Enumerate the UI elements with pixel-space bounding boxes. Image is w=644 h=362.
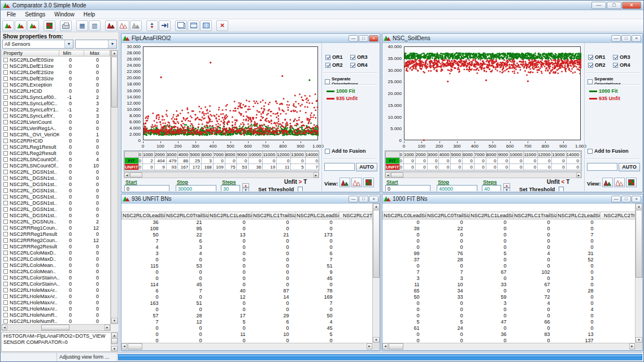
property-row[interactable]: NSC2RRReg1Coun..012 bbox=[2, 225, 110, 231]
property-list-hscrollbar[interactable]: ◄ ► bbox=[1, 324, 111, 331]
table-column-header[interactable]: NSC2RLC1LeadSize bbox=[209, 212, 253, 219]
table-row[interactable]: 65340028 bbox=[383, 288, 636, 294]
property-checkbox[interactable] bbox=[3, 313, 8, 317]
close-icon[interactable]: × bbox=[369, 35, 378, 42]
table-row[interactable]: 00000 bbox=[383, 238, 636, 244]
scrollbar-thumb[interactable] bbox=[41, 325, 69, 330]
minimize-icon[interactable]: — bbox=[611, 196, 621, 202]
property-checkbox[interactable] bbox=[3, 207, 8, 212]
table-column-header[interactable]: NSC2RLC0LeadSize bbox=[383, 212, 427, 219]
minimize-icon[interactable]: — bbox=[611, 35, 621, 42]
or4-checkbox[interactable] bbox=[350, 63, 355, 68]
steps-input[interactable]: 30 bbox=[221, 185, 240, 191]
child-window-titlebar[interactable]: FlpLAnaFIROI2—□× bbox=[121, 34, 380, 43]
histogram-table[interactable]: 0100020003000400050006000700080009000100… bbox=[385, 150, 582, 171]
property-row[interactable]: NSC2RLHCID00 bbox=[2, 88, 110, 94]
property-checkbox[interactable] bbox=[3, 238, 8, 243]
property-checkbox[interactable] bbox=[3, 132, 8, 137]
property-checkbox[interactable] bbox=[3, 282, 8, 286]
property-row[interactable]: NSC2RRReg2Result00 bbox=[2, 243, 110, 249]
property-row[interactable]: NSC2RLHoleNumR..00 bbox=[2, 318, 110, 324]
scroll-right-icon[interactable]: ► bbox=[314, 173, 319, 178]
table-column-header[interactable]: NSC2RLC1TrailSize bbox=[514, 212, 557, 219]
spin-up-icon[interactable]: ▲ bbox=[242, 183, 249, 188]
property-row[interactable]: NSC2RLSyncLef0C..03 bbox=[2, 100, 110, 106]
property-checkbox[interactable] bbox=[3, 70, 8, 75]
property-row[interactable]: NSC2RLSNCountOf..010 bbox=[2, 162, 110, 169]
scroll-up-icon[interactable]: ▲ bbox=[636, 204, 642, 209]
property-checkbox[interactable] bbox=[3, 64, 8, 68]
chevron-down-icon[interactable]: ▼ bbox=[64, 40, 73, 48]
property-row[interactable]: NSC2RL_DGSN1st..00 bbox=[2, 181, 110, 187]
table-row[interactable]: 00340 bbox=[383, 300, 636, 307]
minimize-icon[interactable]: — bbox=[591, 2, 606, 9]
histogram-outline-view-icon[interactable] bbox=[118, 20, 129, 31]
table-hscrollbar[interactable]: ◄► bbox=[382, 343, 635, 350]
titlebar[interactable]: Comparator 3.0 Simple Mode — □ × bbox=[1, 1, 643, 10]
table-column-header[interactable]: NSC2RLC0LeadSize bbox=[122, 212, 166, 219]
property-row[interactable]: NSC2RLSyncLef00..-12 bbox=[2, 94, 110, 100]
table-row[interactable]: 43000 bbox=[122, 244, 373, 251]
scrollbar-thumb[interactable] bbox=[636, 210, 642, 278]
property-checkbox[interactable] bbox=[3, 232, 8, 236]
spin-up-icon[interactable]: ▲ bbox=[503, 183, 510, 188]
start-input[interactable]: 0 bbox=[385, 185, 430, 191]
table-column-header[interactable]: NSC2RLC1TrailSize bbox=[253, 212, 296, 219]
stop-input[interactable]: 30000 bbox=[176, 185, 216, 191]
table-column-header[interactable]: NSC2RLC0TrailSize bbox=[427, 212, 470, 219]
print-icon[interactable] bbox=[60, 20, 72, 31]
column-header-property[interactable]: Property bbox=[2, 50, 59, 56]
spin-down-icon[interactable]: ▼ bbox=[503, 188, 510, 191]
property-row[interactable]: NSC2RLHoleMaxAr..00 bbox=[2, 293, 110, 299]
separate-orientations-checkbox[interactable] bbox=[325, 79, 330, 84]
property-checkbox[interactable] bbox=[3, 163, 8, 168]
chart-window-nsc-soildens[interactable]: NSC_SoilDens—□×40.00035.00030.00025.0002… bbox=[382, 33, 643, 192]
or1-checkbox[interactable] bbox=[325, 55, 330, 60]
property-checkbox[interactable] bbox=[3, 126, 8, 131]
color-matrix-icon[interactable] bbox=[43, 20, 55, 31]
scrollbar-thumb[interactable] bbox=[391, 173, 403, 178]
property-row[interactable]: NSC2RL_DGSN1st..00 bbox=[2, 200, 110, 206]
steps-stepper[interactable]: ▲▼ bbox=[242, 183, 249, 191]
or3-checkbox[interactable] bbox=[613, 55, 618, 60]
histogram-table[interactable]: 0100020003000400050006000700080009000100… bbox=[124, 150, 319, 171]
table-row[interactable]: 111033670 bbox=[383, 282, 636, 288]
command-vscrollbar[interactable]: ▲ ▼ bbox=[111, 332, 118, 352]
property-checkbox[interactable] bbox=[3, 139, 8, 143]
property-checkbox[interactable] bbox=[3, 251, 8, 255]
table-row[interactable]: 000045 bbox=[122, 275, 373, 282]
property-checkbox[interactable] bbox=[3, 107, 8, 112]
table-row[interactable]: 00000 bbox=[122, 307, 373, 313]
stop-input[interactable]: 40000 bbox=[437, 185, 477, 191]
auto-button[interactable]: AUTO bbox=[619, 163, 640, 171]
table-content[interactable]: NSC2RLC0LeadSizeNSC2RLC0TrailSizeNSC2RLC… bbox=[121, 204, 372, 343]
property-checkbox[interactable] bbox=[3, 269, 8, 274]
property-row[interactable]: NSC2RL_OVI_VeriOK01 bbox=[2, 131, 110, 137]
property-checkbox[interactable] bbox=[3, 58, 8, 62]
move-right-icon[interactable] bbox=[159, 20, 171, 31]
table-vscrollbar[interactable]: ▲▼ bbox=[635, 204, 642, 343]
table-column-header[interactable]: NSC2RLC2Trail bbox=[601, 212, 636, 219]
table-row[interactable]: 76000 bbox=[122, 238, 373, 244]
table-row[interactable]: 00007 bbox=[383, 232, 636, 238]
table-row[interactable]: 001214169 bbox=[122, 294, 373, 300]
property-checkbox[interactable] bbox=[3, 101, 8, 106]
property-checkbox[interactable] bbox=[3, 145, 8, 149]
set-threshold-checkbox[interactable] bbox=[559, 187, 564, 191]
scroll-down-icon[interactable]: ▼ bbox=[111, 346, 118, 351]
steps-input[interactable]: 40 bbox=[482, 185, 501, 191]
close-icon[interactable]: × bbox=[622, 2, 641, 9]
menu-item-window[interactable]: Window bbox=[50, 11, 79, 19]
property-checkbox[interactable] bbox=[3, 201, 8, 205]
property-checkbox[interactable] bbox=[3, 319, 8, 324]
table-row[interactable]: 00007 bbox=[122, 257, 373, 263]
maximize-icon[interactable]: □ bbox=[621, 196, 631, 202]
table-view-icon[interactable]: ▦ bbox=[76, 20, 88, 31]
histogram-hscrollbar[interactable]: ◄► bbox=[385, 172, 582, 178]
minimize-icon[interactable]: — bbox=[349, 196, 358, 202]
table-row[interactable]: 34006 bbox=[122, 251, 373, 257]
child-window-titlebar[interactable]: 1000 FIT BNs—□× bbox=[382, 195, 642, 204]
property-row[interactable]: NSC2RLColoMaxD..00 bbox=[2, 249, 110, 256]
property-checkbox[interactable] bbox=[3, 213, 8, 218]
maximize-icon[interactable]: □ bbox=[359, 196, 368, 202]
